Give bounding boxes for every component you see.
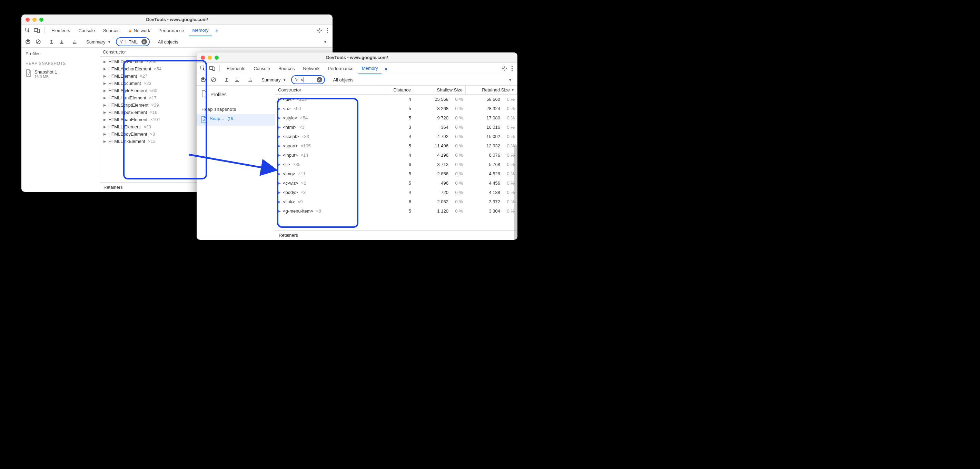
class-filter-input[interactable]: HTML ✕	[116, 37, 150, 46]
constructor-count: ×50	[293, 106, 301, 111]
constructor-count: ×8	[316, 209, 321, 214]
table-row[interactable]: ▶<script>×3344 7920 %15 0920 %	[275, 132, 517, 141]
constructor-count: ×215	[297, 97, 307, 102]
scrollbar[interactable]	[514, 144, 517, 240]
tab-console[interactable]: Console	[250, 63, 274, 74]
constructor-name: HTMLSpanElement	[108, 117, 147, 122]
table-row[interactable]: ▶<g-menu-item>×851 1200 %3 3040 %	[275, 206, 517, 216]
table-row[interactable]: ▶<div>×215425 5680 %58 6600 %	[275, 94, 517, 104]
table-row[interactable]: ▶<span>×105511 4960 %12 9320 %	[275, 141, 517, 150]
tab-sources[interactable]: Sources	[100, 25, 123, 36]
class-filter-input[interactable]: < ✕	[291, 75, 325, 84]
profiles-sidebar: Profiles HEAP SNAPSHOTS Snapshot 1 16.0 …	[21, 48, 100, 192]
inspect-element-icon[interactable]	[24, 27, 32, 34]
tab-elements[interactable]: Elements	[48, 25, 73, 36]
constructor-name: HTMLInputElement	[108, 110, 147, 115]
table-row[interactable]: ▶<img>×1152 8560 %4 5280 %	[275, 169, 517, 179]
col-retained-size[interactable]: Retained Size▼	[466, 86, 517, 94]
table-row[interactable]: ▶<input>×1444 1960 %6 0760 %	[275, 150, 517, 160]
panel-tabs: Elements Console Sources Network Perform…	[197, 63, 517, 74]
disclosure-triangle-icon: ▶	[103, 118, 106, 121]
distance-cell: 5	[387, 171, 414, 176]
table-row[interactable]: ▶<body>×347200 %4 1880 %	[275, 188, 517, 197]
shallow-pct: 0 %	[451, 97, 463, 102]
clear-icon[interactable]	[35, 38, 42, 46]
tab-network[interactable]: Network	[300, 63, 323, 74]
tab-memory[interactable]: Memory	[358, 63, 382, 74]
retainers-panel-header[interactable]: Retainers	[275, 230, 517, 240]
tab-performance[interactable]: Performance	[155, 25, 187, 36]
kebab-menu-icon[interactable]	[509, 66, 515, 71]
snapshot-name: Snap…	[210, 116, 224, 121]
constructor-count: ×60	[150, 88, 157, 93]
retained-pct: 0 %	[503, 124, 515, 130]
shallow-pct: 0 %	[451, 143, 463, 148]
gc-broom-icon[interactable]	[246, 76, 254, 83]
retained-size-cell: 6 076	[489, 153, 500, 158]
retained-size-cell: 12 932	[486, 143, 500, 148]
table-row[interactable]: ▶<c-wiz>×254960 %4 4560 %	[275, 179, 517, 188]
tab-network[interactable]: ▲Network	[124, 25, 154, 36]
tab-elements[interactable]: Elements	[223, 63, 249, 74]
snapshot-item[interactable]: Snapshot 1 16.0 MB	[21, 67, 100, 81]
table-row[interactable]: ▶<html>×333640 %16 0160 %	[275, 123, 517, 132]
view-mode-select[interactable]: Summary▼	[259, 77, 288, 83]
kebab-menu-icon[interactable]	[325, 28, 330, 33]
inspect-element-icon[interactable]	[199, 65, 207, 72]
col-constructor[interactable]: Constructor	[275, 86, 387, 94]
constructor-tag: <a>	[283, 106, 290, 111]
disclosure-triangle-icon: ▶	[103, 110, 106, 114]
tab-performance[interactable]: Performance	[324, 63, 357, 74]
more-tabs-icon[interactable]: »	[383, 66, 390, 71]
retained-size-cell: 17 080	[486, 115, 500, 120]
table-row[interactable]: ▶<link>×962 0520 %3 9720 %	[275, 197, 517, 206]
constructor-name: HTMLBodyElement	[108, 131, 147, 137]
view-mode-select[interactable]: Summary▼	[84, 39, 113, 45]
table-row[interactable]: ▶<style>×5459 7200 %17 0800 %	[275, 113, 517, 123]
constructor-tag: <img>	[283, 171, 295, 176]
col-shallow-size[interactable]: Shallow Size	[414, 86, 466, 94]
distance-cell: 4	[387, 134, 414, 139]
disclosure-triangle-icon: ▶	[278, 144, 281, 148]
clear-filter-icon[interactable]: ✕	[317, 77, 322, 83]
retained-size-cell: 58 660	[486, 97, 500, 102]
tab-memory[interactable]: Memory	[189, 25, 212, 36]
record-icon[interactable]	[24, 38, 32, 46]
more-tabs-icon[interactable]: »	[213, 28, 220, 33]
load-icon[interactable]	[48, 38, 55, 46]
chevron-down-icon[interactable]: ▼	[509, 78, 515, 82]
save-icon[interactable]	[233, 76, 241, 83]
load-icon[interactable]	[223, 76, 231, 83]
gc-broom-icon[interactable]	[71, 38, 79, 46]
device-toolbar-icon[interactable]	[33, 27, 41, 34]
filter-value: <	[301, 77, 315, 83]
heap-table: Constructor Distance Shallow Size Retain…	[275, 86, 517, 240]
constructor-tag: <span>	[283, 143, 298, 148]
constructor-count: ×13	[148, 139, 156, 144]
retained-pct: 0 %	[503, 106, 515, 111]
clear-filter-icon[interactable]: ✕	[142, 39, 147, 45]
panel-tabs: Elements Console Sources ▲Network Perfor…	[21, 25, 332, 36]
retained-size-cell: 16 016	[486, 124, 500, 130]
disclosure-triangle-icon: ▶	[278, 116, 281, 120]
table-row[interactable]: ▶<a>×5058 2680 %28 3240 %	[275, 104, 517, 113]
chevron-down-icon[interactable]: ▼	[324, 40, 330, 44]
snapshot-file-icon	[25, 69, 32, 77]
col-distance[interactable]: Distance	[387, 86, 414, 94]
snapshot-item[interactable]: Snap… (18.…	[197, 114, 275, 126]
constructor-count: ×107	[150, 117, 160, 122]
device-toolbar-icon[interactable]	[208, 65, 216, 72]
clear-icon[interactable]	[210, 76, 217, 83]
save-icon[interactable]	[58, 38, 65, 46]
retained-pct: 0 %	[503, 190, 515, 195]
tab-console[interactable]: Console	[75, 25, 98, 36]
settings-gear-icon[interactable]	[316, 27, 323, 34]
object-filter-select[interactable]: All objects	[156, 39, 180, 45]
record-icon[interactable]	[199, 76, 207, 83]
settings-gear-icon[interactable]	[501, 65, 508, 72]
disclosure-triangle-icon: ▶	[103, 132, 106, 136]
window-title: DevTools - www.google.com/	[21, 17, 332, 22]
tab-sources[interactable]: Sources	[275, 63, 298, 74]
object-filter-select[interactable]: All objects	[331, 77, 356, 83]
table-row[interactable]: ▶<li>×3563 7120 %5 7680 %	[275, 160, 517, 169]
